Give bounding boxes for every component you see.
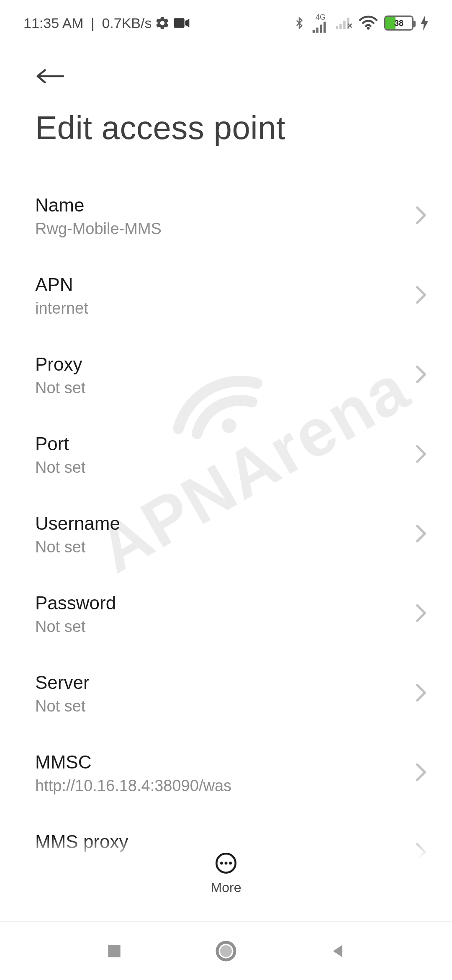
setting-value: Not set [35,538,120,556]
chevron-right-icon [415,763,427,783]
setting-value: Not set [35,697,90,715]
chevron-right-icon [415,206,427,226]
svg-point-13 [225,861,228,864]
status-separator: | [87,15,99,31]
network-label: 4G [316,13,326,21]
setting-label: Proxy [35,354,85,375]
status-net-rate: 0.7KB/s [102,15,152,31]
setting-row-username[interactable]: Username Not set [0,495,452,574]
svg-rect-8 [343,21,345,29]
svg-rect-4 [320,25,322,33]
setting-row-proxy[interactable]: Proxy Not set [0,335,452,415]
svg-rect-5 [324,22,326,33]
setting-label: Port [35,433,85,454]
settings-list: Name Rwg-Mobile-MMS APN internet Proxy N… [0,164,452,880]
setting-value: http://10.16.18.4:38090/was [35,777,231,795]
setting-label: Server [35,672,90,693]
svg-point-10 [367,27,370,29]
battery-percent: 38 [385,18,412,28]
more-label: More [211,880,241,895]
camera-icon [173,17,190,29]
wifi-icon [359,15,378,31]
setting-label: Password [35,593,116,614]
svg-rect-3 [316,28,318,33]
setting-value: Not set [35,618,116,636]
chevron-right-icon [415,286,427,306]
signal-4g-icon: 4G [312,13,329,33]
setting-row-mmsc[interactable]: MMSC http://10.16.18.4:38090/was [0,733,452,813]
nav-home-button[interactable] [201,930,251,972]
more-icon [214,851,238,877]
setting-row-port[interactable]: Port Not set [0,415,452,495]
nav-back-button[interactable] [313,930,363,972]
setting-value: Rwg-Mobile-MMS [35,220,162,238]
triangle-left-icon [329,942,347,960]
page-title: Edit access point [0,92,452,164]
circle-icon [214,939,238,963]
bottom-action-bar: More [0,838,452,909]
status-bar: 11:35 AM | 0.7KB/s 4G 38 [0,0,452,42]
toolbar [0,42,452,92]
status-left: 11:35 AM | 0.7KB/s [23,15,190,31]
arrow-left-icon [35,66,64,87]
setting-row-apn[interactable]: APN internet [0,256,452,335]
back-button[interactable] [35,66,64,88]
setting-label: Name [35,195,162,216]
lightning-icon [420,15,429,31]
chevron-right-icon [415,524,427,544]
setting-value: Not set [35,459,85,477]
setting-label: APN [35,274,88,295]
svg-rect-15 [108,945,121,957]
status-time: 11:35 AM [23,15,84,31]
setting-value: Not set [35,379,85,397]
status-right: 4G 38 [293,13,429,33]
svg-rect-2 [313,30,315,33]
bluetooth-icon [293,15,306,31]
battery-icon: 38 [384,15,413,31]
svg-rect-1 [174,18,185,28]
setting-value: internet [35,299,88,317]
system-nav-bar [0,921,452,980]
setting-row-password[interactable]: Password Not set [0,574,452,654]
svg-point-14 [229,861,232,864]
gear-icon [155,15,170,31]
svg-point-17 [220,945,232,957]
chevron-right-icon [415,365,427,385]
signal-nosim-icon [336,16,352,30]
nav-recents-button[interactable] [89,930,139,972]
chevron-right-icon [415,604,427,624]
svg-rect-6 [336,26,338,29]
setting-label: Username [35,513,120,534]
chevron-right-icon [415,683,427,704]
svg-rect-7 [339,24,342,29]
chevron-right-icon [415,445,427,465]
setting-label: MMSC [35,752,231,773]
svg-point-12 [220,861,223,864]
setting-row-name[interactable]: Name Rwg-Mobile-MMS [0,176,452,256]
square-icon [105,942,123,960]
setting-row-server[interactable]: Server Not set [0,654,452,733]
more-button[interactable]: More [211,851,241,895]
